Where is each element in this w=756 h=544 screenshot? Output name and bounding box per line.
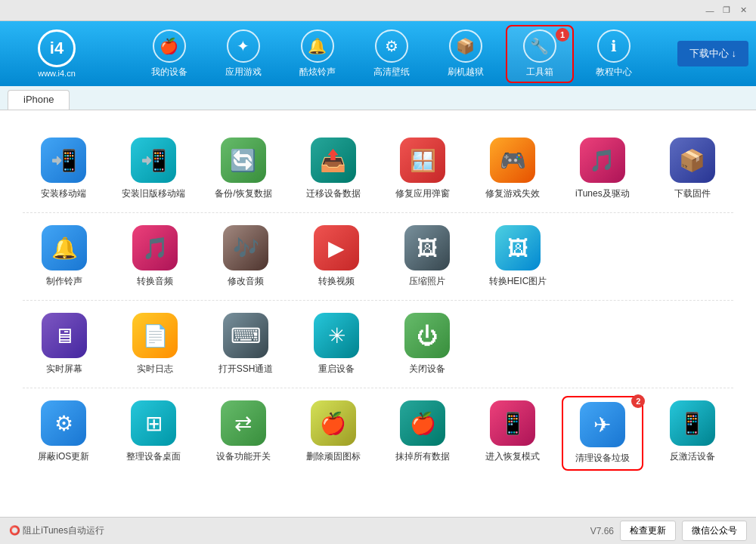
nav-badge-toolbox: 1 — [556, 28, 569, 42]
tool-label-convert-video: 转换视频 — [318, 275, 355, 288]
close-button[interactable]: ✕ — [736, 4, 750, 17]
download-center-button[interactable]: 下载中心 ↓ — [677, 41, 748, 66]
tool-icon-itunes-driver: 🎵 — [580, 138, 625, 183]
tool-label-itunes-driver: iTunes及驱动 — [575, 187, 630, 200]
tool-item-delete-stubborn-icon[interactable]: 🍎删除顽固图标 — [292, 396, 374, 471]
footer-right: V7.66 检查更新 微信公众号 — [590, 521, 747, 541]
tool-icon-convert-heic: 🖼 — [495, 225, 541, 270]
header: i4 www.i4.cn 🍎我的设备✦应用游戏🔔酷炫铃声⚙高清壁纸📦刷机越狱🔧工… — [0, 21, 756, 86]
tool-label-clean-junk: 清理设备垃圾 — [575, 452, 630, 465]
tool-label-wipe-all-data: 抹掉所有数据 — [395, 450, 450, 463]
logo-url: www.i4.cn — [38, 69, 76, 78]
nav-item-tutorial[interactable]: ℹ教程中心 — [580, 25, 648, 83]
tool-item-wipe-all-data[interactable]: 🍎抹掉所有数据 — [382, 396, 464, 471]
nav-label-app-game: 应用游戏 — [225, 66, 262, 79]
tool-icon-open-ssh: ⌨ — [223, 313, 268, 358]
tool-icon-backup-restore: 🔄 — [221, 138, 266, 183]
tool-icon-deactivate: 📱 — [670, 400, 715, 446]
nav-bar: 🍎我的设备✦应用游戏🔔酷炫铃声⚙高清壁纸📦刷机越狱🔧工具箱1ℹ教程中心 — [106, 25, 677, 83]
footer: ⭕ 阻止iTunes自动运行 V7.66 检查更新 微信公众号 — [0, 517, 756, 544]
tool-icon-restart-device: ✳ — [314, 313, 359, 358]
tool-icon-compress-photo: 🖼 — [404, 225, 450, 270]
tool-icon-migrate-data: 📤 — [311, 138, 356, 183]
tool-item-download-firmware[interactable]: 📦下载固件 — [651, 133, 733, 205]
tool-item-organize-desktop[interactable]: ⊞整理设备桌面 — [113, 396, 195, 471]
tab-iphone[interactable]: iPhone — [8, 90, 70, 110]
tool-label-fix-app-crash: 修复应用弹窗 — [395, 187, 450, 200]
tool-row-3: ⚙屏蔽iOS更新⊞整理设备桌面⇄设备功能开关🍎删除顽固图标🍎抹掉所有数据📱进入恢… — [23, 388, 733, 478]
tool-item-migrate-data[interactable]: 📤迁移设备数据 — [292, 133, 374, 205]
logo-area[interactable]: i4 www.i4.cn — [8, 29, 106, 78]
tool-icon-edit-audio: 🎶 — [223, 225, 268, 270]
nav-item-wallpaper[interactable]: ⚙高清壁纸 — [358, 25, 426, 83]
nav-label-toolbox: 工具箱 — [526, 66, 553, 79]
nav-item-app-game[interactable]: ✦应用游戏 — [209, 25, 277, 83]
tool-item-fix-app-crash[interactable]: 🪟修复应用弹窗 — [382, 133, 464, 205]
tool-label-shutdown-device: 关闭设备 — [409, 363, 445, 376]
tool-label-convert-audio: 转换音频 — [137, 275, 173, 288]
nav-label-wallpaper: 高清壁纸 — [373, 66, 410, 79]
tool-item-itunes-driver[interactable]: 🎵iTunes及驱动 — [562, 133, 644, 205]
tool-item-open-ssh[interactable]: ⌨打开SSH通道 — [204, 308, 287, 380]
tool-row-0: 📲安装移动端📲安装旧版移动端🔄备份/恢复数据📤迁移设备数据🪟修复应用弹窗🎮修复游… — [23, 125, 733, 213]
tool-item-deactivate[interactable]: 📱反激活设备 — [651, 396, 733, 471]
tool-item-convert-heic[interactable]: 🖼转换HEIC图片 — [476, 221, 559, 292]
tool-item-fix-game[interactable]: 🎮修复游戏失效 — [472, 133, 554, 205]
tool-icon-device-functions: ⇄ — [221, 400, 266, 446]
nav-label-tutorial: 教程中心 — [596, 66, 632, 79]
minimize-button[interactable]: — — [703, 4, 717, 17]
logo-icon: i4 — [38, 29, 76, 67]
nav-item-ringtone[interactable]: 🔔酷炫铃声 — [284, 25, 352, 83]
nav-label-my-device: 我的设备 — [151, 66, 187, 79]
tool-label-deactivate: 反激活设备 — [670, 450, 715, 463]
tool-icon-shutdown-device: ⏻ — [404, 313, 450, 358]
nav-item-jailbreak[interactable]: 📦刷机越狱 — [432, 25, 500, 83]
tool-label-convert-heic: 转换HEIC图片 — [489, 275, 547, 288]
tool-item-convert-video[interactable]: ▶转换视频 — [295, 221, 378, 292]
tool-icon-make-ringtone: 🔔 — [42, 225, 87, 270]
tool-label-realtime-screen: 实时屏幕 — [46, 363, 82, 376]
tool-item-realtime-screen[interactable]: 🖥实时屏幕 — [23, 308, 106, 380]
tool-label-realtime-log: 实时日志 — [137, 363, 173, 376]
main-content: 📲安装移动端📲安装旧版移动端🔄备份/恢复数据📤迁移设备数据🪟修复应用弹窗🎮修复游… — [0, 110, 756, 517]
tool-label-block-ios-update: 屏蔽iOS更新 — [38, 450, 89, 463]
tool-icon-convert-audio: 🎵 — [132, 225, 178, 270]
tool-item-shutdown-device[interactable]: ⏻关闭设备 — [386, 308, 469, 380]
tool-label-migrate-data: 迁移设备数据 — [306, 187, 361, 200]
tool-item-device-functions[interactable]: ⇄设备功能开关 — [203, 396, 285, 471]
tool-item-edit-audio[interactable]: 🎶修改音频 — [204, 221, 287, 292]
tool-icon-install-mobile: 📲 — [41, 138, 86, 183]
tool-item-compress-photo[interactable]: 🖼压缩照片 — [386, 221, 469, 292]
tool-label-fix-game: 修复游戏失效 — [485, 187, 540, 200]
tool-item-backup-restore[interactable]: 🔄备份/恢复数据 — [203, 133, 285, 205]
nav-icon-jailbreak: 📦 — [449, 29, 482, 63]
tool-item-convert-audio[interactable]: 🎵转换音频 — [113, 221, 197, 292]
tool-item-realtime-log[interactable]: 📄实时日志 — [113, 308, 197, 380]
nav-icon-app-game: ✦ — [227, 29, 260, 63]
nav-icon-toolbox: 🔧 — [523, 29, 556, 63]
tool-item-install-old[interactable]: 📲安装旧版移动端 — [113, 133, 195, 205]
tool-item-make-ringtone[interactable]: 🔔制作铃声 — [23, 221, 106, 292]
wechat-button[interactable]: 微信公众号 — [682, 521, 747, 541]
tool-row-2: 🖥实时屏幕📄实时日志⌨打开SSH通道✳重启设备⏻关闭设备 — [23, 301, 733, 388]
tool-icon-install-old: 📲 — [131, 138, 176, 183]
tool-item-enter-recovery[interactable]: 📱进入恢复模式 — [472, 396, 554, 471]
nav-item-my-device[interactable]: 🍎我的设备 — [135, 25, 203, 83]
tool-label-device-functions: 设备功能开关 — [216, 450, 271, 463]
tool-item-clean-junk[interactable]: ✈清理设备垃圾2 — [562, 396, 644, 471]
tool-icon-block-ios-update: ⚙ — [41, 400, 86, 446]
check-update-button[interactable]: 检查更新 — [620, 521, 676, 541]
restore-button[interactable]: ❐ — [720, 4, 733, 17]
tool-icon-wipe-all-data: 🍎 — [400, 400, 445, 446]
tool-label-make-ringtone: 制作铃声 — [46, 275, 82, 288]
tool-item-block-ios-update[interactable]: ⚙屏蔽iOS更新 — [23, 396, 105, 471]
tool-icon-organize-desktop: ⊞ — [131, 400, 176, 446]
tool-label-delete-stubborn-icon: 删除顽固图标 — [306, 450, 361, 463]
tool-icon-enter-recovery: 📱 — [490, 400, 535, 446]
nav-label-jailbreak: 刷机越狱 — [448, 66, 484, 79]
tool-item-restart-device[interactable]: ✳重启设备 — [295, 308, 378, 380]
tool-item-install-mobile[interactable]: 📲安装移动端 — [23, 133, 105, 205]
itunes-status[interactable]: ⭕ 阻止iTunes自动运行 — [9, 524, 104, 537]
nav-item-toolbox[interactable]: 🔧工具箱1 — [506, 25, 574, 83]
nav-icon-wallpaper: ⚙ — [375, 29, 408, 63]
